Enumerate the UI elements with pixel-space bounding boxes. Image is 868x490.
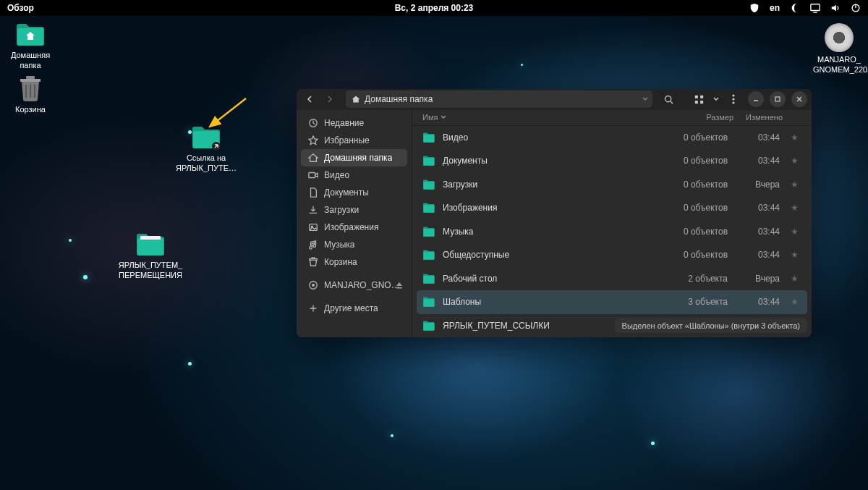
column-size[interactable]: Размер: [664, 113, 733, 122]
file-size: 0 объектов: [663, 156, 728, 166]
clock[interactable]: Вс, 2 апреля 00:23: [395, 3, 474, 13]
file-row[interactable]: Общедоступные0 объектов03:44★: [412, 243, 812, 267]
file-modified: 03:44: [735, 156, 780, 166]
file-name: Документы: [443, 156, 655, 166]
file-name: Изображения: [443, 203, 655, 213]
file-star-icon[interactable]: ★: [787, 203, 801, 213]
svg-rect-24: [424, 135, 435, 142]
file-row[interactable]: Рабочий стол2 объектаВчера★: [412, 267, 812, 291]
file-row[interactable]: Видео0 объектов03:44★: [412, 126, 812, 150]
desktop-icon-trash[interactable]: Корзина: [3, 75, 58, 114]
file-star-icon[interactable]: ★: [787, 274, 801, 284]
view-dropdown-button[interactable]: [710, 90, 722, 108]
file-size: 0 объектов: [663, 179, 728, 190]
close-button[interactable]: [791, 91, 807, 107]
svg-rect-19: [309, 172, 315, 177]
file-star-icon[interactable]: ★: [787, 156, 801, 166]
top-panel: Обзор Вс, 2 апреля 00:23 en: [0, 0, 868, 16]
sidebar-item-star[interactable]: Избранные: [301, 132, 407, 149]
file-row[interactable]: Шаблоны3 объекта03:44★: [417, 290, 807, 314]
file-size: 0 объектов: [663, 227, 728, 237]
file-name: Загрузки: [443, 179, 655, 190]
file-star-icon[interactable]: ★: [787, 132, 801, 143]
sidebar-item-label: Недавние: [324, 118, 364, 128]
trash-icon: [308, 257, 318, 267]
sidebar-item-down[interactable]: Загрузки: [301, 201, 407, 219]
sidebar-item-plus[interactable]: Другие места: [301, 300, 407, 317]
file-star-icon[interactable]: ★: [787, 297, 801, 307]
desktop-icon-home[interactable]: Домашняяпапка: [3, 22, 58, 71]
folder-icon: [422, 202, 435, 214]
svg-rect-6: [137, 238, 163, 255]
file-name: Шаблоны: [443, 297, 655, 307]
search-button[interactable]: [660, 90, 677, 108]
clock-icon: [308, 118, 318, 128]
file-modified: Вчера: [735, 274, 780, 284]
sidebar-item-trash[interactable]: Корзина: [301, 253, 407, 271]
column-name[interactable]: Имя: [422, 113, 664, 122]
sidebar-item-image[interactable]: Изображения: [301, 219, 407, 236]
svg-rect-31: [424, 300, 435, 307]
activities-button[interactable]: Обзор: [7, 3, 34, 13]
file-name: Рабочий стол: [443, 274, 655, 284]
file-size: 0 объектов: [663, 132, 728, 143]
svg-rect-13: [700, 101, 703, 104]
svg-rect-7: [140, 236, 161, 240]
view-grid-button[interactable]: [690, 90, 707, 108]
maximize-button[interactable]: [770, 91, 786, 107]
file-row[interactable]: Загрузки0 объектовВчера★: [412, 173, 812, 197]
svg-point-9: [665, 96, 671, 101]
sidebar-item-video[interactable]: Видео: [301, 166, 407, 184]
desktop-label: Домашняяпапка: [3, 51, 58, 71]
svg-rect-3: [26, 76, 35, 79]
minimize-button[interactable]: [748, 91, 764, 107]
sidebar-item-label: Корзина: [324, 257, 357, 267]
power-icon[interactable]: [851, 3, 861, 13]
status-bar: Выделен объект «Шаблоны» (внутри 3 объек…: [615, 318, 807, 333]
sidebar-item-music[interactable]: Музыка: [301, 236, 407, 253]
file-row[interactable]: Музыка0 объектов03:44★: [412, 220, 812, 244]
desktop-icon-shortcut-move[interactable]: ЯРЛЫК_ПУТЕМ_ПЕРЕМЕЩЕНИЯ: [114, 232, 187, 281]
plus-icon: [308, 303, 318, 313]
path-dropdown-icon[interactable]: [642, 96, 648, 102]
sidebar-item-label: Домашняя папка: [324, 153, 392, 163]
folder-icon: [422, 273, 435, 284]
svg-rect-28: [424, 229, 435, 236]
sidebar-item-home[interactable]: Домашняя папка: [301, 149, 407, 166]
file-size: 0 объектов: [663, 250, 728, 260]
file-modified: 03:44: [735, 297, 780, 307]
back-button[interactable]: [301, 90, 318, 108]
header-bar: Домашняя папка: [297, 89, 812, 110]
path-bar[interactable]: Домашняя папка: [346, 90, 652, 108]
night-mode-icon[interactable]: [790, 3, 800, 13]
file-name: Музыка: [443, 227, 655, 237]
sidebar-item-disc[interactable]: MANJARO_GNOME…: [301, 276, 407, 294]
desktop-icon-disc[interactable]: MANJARO_GNOMEM_2205: [813, 23, 865, 75]
file-size: 3 объекта: [663, 297, 728, 307]
video-icon: [308, 170, 318, 180]
sidebar-item-doc[interactable]: Документы: [301, 184, 407, 201]
privacy-icon[interactable]: [749, 3, 760, 13]
language-indicator[interactable]: en: [770, 3, 780, 13]
svg-rect-17: [775, 97, 780, 101]
file-star-icon[interactable]: ★: [787, 227, 801, 237]
svg-line-8: [210, 98, 246, 127]
eject-icon[interactable]: [396, 282, 403, 289]
column-modified[interactable]: Изменено: [733, 113, 783, 122]
svg-rect-27: [424, 206, 435, 213]
file-star-icon[interactable]: ★: [787, 250, 801, 260]
volume-icon[interactable]: [830, 3, 841, 13]
forward-button[interactable]: [321, 90, 339, 108]
sidebar-item-clock[interactable]: Недавние: [301, 114, 407, 132]
monitor-icon[interactable]: [810, 3, 820, 13]
file-row[interactable]: Документы0 объектов03:44★: [412, 149, 812, 173]
file-modified: 03:44: [735, 227, 780, 237]
sidebar-item-label: Документы: [324, 187, 369, 198]
file-star-icon[interactable]: ★: [787, 179, 801, 190]
file-row[interactable]: Изображения0 объектов03:44★: [412, 196, 812, 220]
folder-icon: [422, 226, 435, 237]
trash-icon: [18, 75, 43, 102]
sidebar-item-label: Видео: [324, 170, 349, 180]
hamburger-menu-button[interactable]: [725, 90, 742, 108]
sidebar-item-label: Другие места: [324, 303, 378, 313]
